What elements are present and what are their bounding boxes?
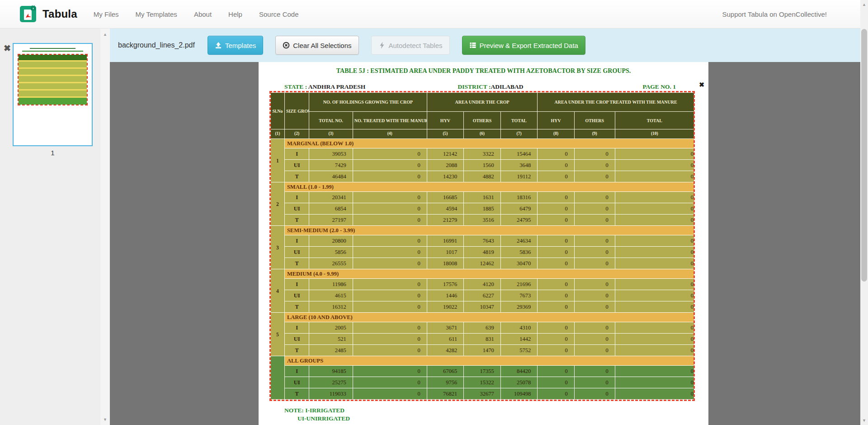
pdf-table-title: TABLE 5J : ESTIMATED AREA UNDER PADDY TR… — [259, 67, 708, 75]
upload-icon — [215, 42, 222, 49]
thumbnail-section-rows — [19, 62, 87, 67]
pdf-note-line-1: NOTE: I-IRRIGATED — [284, 407, 344, 414]
autodetect-tables-button[interactable]: Autodetect Tables — [371, 36, 450, 55]
state-value: ANDHRA PRADESH — [308, 83, 365, 90]
templates-button-label: Templates — [225, 42, 256, 49]
thumbnail-title-line — [30, 48, 75, 49]
nav-item-about[interactable]: About — [194, 10, 212, 18]
nav-item-source-code[interactable]: Source Code — [259, 10, 299, 18]
flash-icon — [378, 42, 386, 49]
brand-title[interactable]: Tabula — [42, 8, 77, 20]
thumbnail-section-rows — [19, 91, 87, 96]
tabula-logo-icon — [20, 5, 37, 23]
brand[interactable]: Tabula — [20, 5, 77, 23]
table-list-icon — [469, 42, 476, 49]
thumbnail-sidebar: ✖ 1 — [0, 29, 100, 425]
district-value: ADILABAD — [491, 83, 523, 90]
scroll-up-icon[interactable]: ▲ — [100, 31, 110, 38]
selection-close-icon[interactable]: ✖ — [699, 81, 704, 88]
thumbnail-section-rows — [19, 83, 87, 89]
thumbnail-table-header — [19, 55, 87, 60]
window-scrollbar[interactable]: ▲ ▼ — [860, 0, 868, 425]
page-number-label: PAGE NO. 1 — [642, 83, 676, 91]
remove-circle-icon — [283, 42, 290, 49]
thumbnail-page-number: 1 — [13, 149, 93, 157]
page-thumbnail[interactable] — [13, 43, 93, 146]
support-link[interactable]: Support Tabula on OpenCollective! — [722, 10, 827, 18]
autodetect-tables-label: Autodetect Tables — [389, 42, 443, 49]
scroll-up-icon[interactable]: ▲ — [860, 1, 868, 8]
nav-item-my-files[interactable]: My Files — [94, 10, 119, 18]
pdf-page[interactable]: TABLE 5J : ESTIMATED AREA UNDER PADDY TR… — [259, 62, 708, 425]
state-field: STATE : ANDHRA PRADESH — [284, 83, 365, 91]
navbar: Tabula My Files My Templates About Help … — [0, 0, 860, 29]
clear-selections-button[interactable]: Clear All Selections — [275, 36, 359, 55]
thumbnail-section-rows — [19, 69, 87, 75]
sidebar-scrollbar[interactable]: ▲ ▼ — [100, 29, 110, 425]
scroll-down-icon[interactable]: ▼ — [860, 417, 868, 424]
nav-item-my-templates[interactable]: My Templates — [136, 10, 177, 18]
preview-export-button[interactable]: Preview & Export Extracted Data — [462, 36, 585, 55]
nav-item-help[interactable]: Help — [228, 10, 242, 18]
pdf-viewer: TABLE 5J : ESTIMATED AREA UNDER PADDY TR… — [110, 62, 860, 425]
thumbnail-section-rows — [19, 76, 87, 82]
scroll-down-icon[interactable]: ▼ — [100, 416, 110, 423]
window-scrollbar-thumb[interactable] — [861, 29, 867, 282]
pdf-note-line-2: UI-UNIRRIGATED — [297, 415, 350, 422]
selection-region[interactable] — [269, 91, 695, 401]
thumbnail-table — [18, 54, 88, 105]
remove-page-icon[interactable]: ✖ — [4, 44, 11, 53]
thumbnail-section-rows — [19, 98, 87, 105]
thumbnail-subtitle-line — [22, 51, 83, 52]
filename-label: background_lines_2.pdf — [118, 41, 195, 49]
main-area: background_lines_2.pdf Templates Clear A… — [110, 29, 860, 425]
district-label: DISTRICT : — [458, 83, 491, 90]
nav-menu: My Files My Templates About Help Source … — [94, 10, 299, 18]
templates-button[interactable]: Templates — [208, 36, 263, 55]
district-field: DISTRICT :ADILABAD — [458, 83, 524, 91]
toolbar: background_lines_2.pdf Templates Clear A… — [110, 29, 860, 62]
preview-export-label: Preview & Export Extracted Data — [480, 42, 578, 49]
state-label: STATE : — [284, 83, 307, 90]
clear-selections-label: Clear All Selections — [293, 42, 351, 49]
